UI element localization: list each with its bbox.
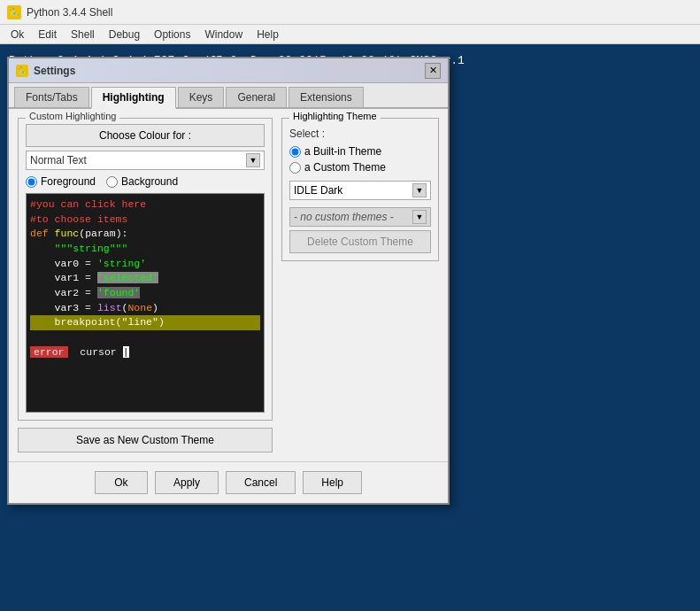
menu-window[interactable]: Window bbox=[197, 27, 250, 43]
menu-options[interactable]: Options bbox=[147, 27, 197, 43]
theme-group-label: Highlighting Theme bbox=[289, 111, 381, 121]
background-radio-label[interactable]: Background bbox=[106, 175, 178, 188]
ok-button[interactable]: Ok bbox=[95, 471, 148, 494]
menu-edit[interactable]: Edit bbox=[31, 27, 64, 43]
builtin-theme-radio[interactable] bbox=[289, 146, 301, 158]
code-line-5: var0 = 'string' bbox=[30, 257, 260, 272]
code-preview[interactable]: #you can click here #to choose items def… bbox=[26, 193, 265, 413]
dialog-footer: Ok Apply Cancel Help bbox=[9, 461, 448, 503]
tab-fonts-tabs[interactable]: Fonts/Tabs bbox=[14, 87, 89, 107]
tab-keys[interactable]: Keys bbox=[178, 87, 225, 107]
code-line-7: var2 = 'found' bbox=[30, 286, 260, 301]
code-line-8: var3 = list(None) bbox=[30, 301, 260, 316]
titlebar: 🐍 Python 3.4.4 Shell bbox=[0, 0, 700, 25]
help-button[interactable]: Help bbox=[303, 471, 362, 494]
apply-button[interactable]: Apply bbox=[155, 471, 219, 494]
close-button[interactable]: ✕ bbox=[425, 63, 441, 79]
custom-highlighting-group: Custom Highlighting Choose Colour for : … bbox=[18, 118, 273, 421]
code-line-3: def func(param): bbox=[30, 227, 260, 242]
settings-dialog: 🐍 Settings ✕ Fonts/Tabs Highlighting Key… bbox=[7, 57, 450, 505]
cancel-button[interactable]: Cancel bbox=[226, 471, 296, 494]
normal-text-label: Normal Text bbox=[30, 154, 246, 166]
app-title: Python 3.4.4 Shell bbox=[27, 6, 112, 19]
dialog-overlay: 🐍 Settings ✕ Fonts/Tabs Highlighting Key… bbox=[0, 44, 700, 611]
custom-theme-dropdown[interactable]: - no custom themes - ▼ bbox=[289, 207, 431, 227]
background-label: Background bbox=[121, 175, 178, 188]
delete-custom-theme-button[interactable]: Delete Custom Theme bbox=[289, 230, 431, 253]
app-icon: 🐍 bbox=[7, 5, 21, 19]
code-line-11: error cursor | bbox=[30, 345, 260, 360]
code-line-1: #you can click here bbox=[30, 197, 260, 213]
code-line-2: #to choose items bbox=[30, 213, 260, 228]
builtin-theme-label: a Built-in Theme bbox=[304, 145, 381, 158]
tab-extensions[interactable]: Extensions bbox=[288, 87, 364, 107]
dropdown-arrow-icon[interactable]: ▼ bbox=[246, 153, 260, 167]
left-panel: Custom Highlighting Choose Colour for : … bbox=[18, 118, 273, 452]
fg-bg-radio-group: Foreground Background bbox=[26, 175, 265, 188]
background-radio[interactable] bbox=[106, 176, 118, 188]
menu-debug[interactable]: Debug bbox=[102, 27, 147, 43]
foreground-radio[interactable] bbox=[26, 176, 37, 188]
code-line-4: """string""" bbox=[30, 242, 260, 257]
foreground-label: Foreground bbox=[41, 175, 96, 188]
builtin-theme-radio-label[interactable]: a Built-in Theme bbox=[289, 145, 431, 158]
dialog-title-text: Settings bbox=[34, 65, 75, 77]
dialog-body: Custom Highlighting Choose Colour for : … bbox=[9, 109, 448, 461]
dialog-icon: 🐍 bbox=[16, 65, 28, 77]
dialog-titlebar: 🐍 Settings ✕ bbox=[9, 58, 448, 83]
foreground-radio-label[interactable]: Foreground bbox=[26, 175, 96, 188]
normal-text-dropdown[interactable]: Normal Text ▼ bbox=[26, 151, 265, 170]
menubar: Ok Edit Shell Debug Options Window Help bbox=[0, 25, 700, 44]
save-custom-theme-button[interactable]: Save as New Custom Theme bbox=[18, 428, 273, 452]
menu-shell[interactable]: Shell bbox=[64, 27, 102, 43]
tab-bar: Fonts/Tabs Highlighting Keys General Ext… bbox=[9, 83, 448, 109]
tab-general[interactable]: General bbox=[226, 87, 287, 107]
highlighting-theme-group: Highlighting Theme Select : a Built-in T… bbox=[281, 118, 439, 261]
menu-help[interactable]: Help bbox=[250, 27, 286, 43]
theme-dropdown-arrow-icon[interactable]: ▼ bbox=[412, 183, 427, 197]
tab-highlighting[interactable]: Highlighting bbox=[91, 87, 176, 109]
choose-colour-button[interactable]: Choose Colour for : bbox=[26, 124, 265, 147]
custom-dropdown-arrow-icon[interactable]: ▼ bbox=[412, 210, 427, 224]
builtin-theme-dropdown[interactable]: IDLE Dark ▼ bbox=[289, 181, 431, 200]
builtin-theme-value: IDLE Dark bbox=[294, 184, 412, 197]
custom-theme-label: a Custom Theme bbox=[304, 161, 386, 174]
group-label: Custom Highlighting bbox=[26, 111, 119, 121]
dialog-title-group: 🐍 Settings bbox=[16, 65, 75, 77]
menu-file[interactable]: Ok bbox=[4, 27, 31, 43]
no-custom-themes-label: - no custom themes - bbox=[294, 211, 412, 223]
custom-theme-radio[interactable] bbox=[289, 162, 301, 174]
select-label: Select : bbox=[289, 128, 431, 140]
code-line-9: breakpoint("line") bbox=[30, 315, 260, 330]
right-panel: Highlighting Theme Select : a Built-in T… bbox=[281, 118, 439, 452]
code-line-6: var1 = 'selected' bbox=[30, 271, 260, 286]
custom-theme-radio-label[interactable]: a Custom Theme bbox=[289, 161, 431, 174]
code-line-10 bbox=[30, 330, 260, 345]
